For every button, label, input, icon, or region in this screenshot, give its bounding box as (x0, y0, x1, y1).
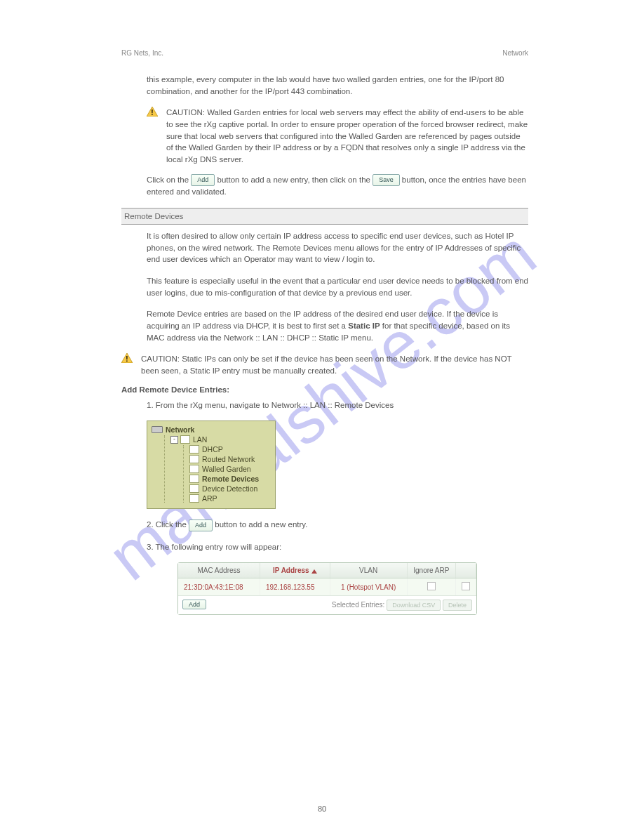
remote-intro: It is often desired to allow only certai… (147, 230, 528, 265)
checkbox-select-row[interactable] (462, 582, 470, 590)
download-csv-button[interactable]: Download CSV (387, 600, 441, 611)
warning-icon: ! (121, 353, 134, 365)
paragraph-add-save: Click on the Add button to add a new ent… (147, 174, 528, 198)
col-mac[interactable]: MAC Address (178, 563, 260, 578)
table-footer: Add Selected Entries: Download CSV Delet… (178, 595, 476, 614)
nav-item-routed-network[interactable]: Routed Network (189, 455, 271, 463)
remote-devices-table: MAC Address IP Address VLAN Ignore ARP 2… (177, 562, 477, 615)
static-ip-label: Static IP (348, 322, 380, 330)
remote-p3: Remote Device entries are based on the I… (147, 308, 528, 343)
sort-asc-icon (311, 569, 317, 574)
col-select (456, 563, 476, 578)
col-vlan[interactable]: VLAN (330, 563, 407, 578)
checkbox-ignore-arp[interactable] (427, 582, 436, 590)
cell-vlan[interactable]: 1 (Hotspot VLAN) (330, 578, 407, 596)
page-icon (180, 435, 190, 444)
nav-root[interactable]: Network (152, 425, 271, 434)
nav-lan-label: LAN (193, 435, 207, 444)
collapse-icon[interactable]: - (170, 436, 178, 444)
page-number: 80 (0, 805, 644, 813)
page-header: RG Nets, Inc. Network (121, 49, 528, 57)
svg-text:!: ! (151, 109, 153, 117)
para2-mid: button to add a new entry, then click on… (217, 176, 373, 184)
page-icon (189, 465, 199, 473)
add-button-step2[interactable]: Add (189, 519, 213, 531)
col-ignore-arp[interactable]: Ignore ARP (407, 563, 455, 578)
nav-item-device-detection[interactable]: Device Detection (189, 484, 271, 493)
para2-pre: Click on the (147, 176, 191, 184)
drive-icon (152, 426, 163, 433)
nav-item-arp[interactable]: ARP (189, 494, 271, 503)
nav-tree: Network - LAN DHCP Routed Network Walled… (147, 421, 276, 509)
nav-item-walled-garden[interactable]: Walled Garden (189, 465, 271, 473)
paragraph-intro: this example, every computer in the lab … (147, 74, 528, 97)
cell-ip[interactable]: 192.168.123.55 (260, 578, 330, 596)
cell-select[interactable] (456, 578, 476, 596)
delete-button[interactable]: Delete (443, 600, 472, 611)
header-section: Network (502, 49, 528, 57)
page-icon (189, 455, 199, 463)
page-icon (189, 445, 199, 454)
cell-ignore-arp[interactable] (407, 578, 455, 596)
add-button-inline[interactable]: Add (191, 174, 215, 186)
col-ip[interactable]: IP Address (260, 563, 330, 578)
svg-text:!: ! (126, 355, 128, 363)
page-icon (189, 494, 199, 503)
warning-text-1: CAUTION: Walled Garden entries for local… (166, 107, 528, 165)
step-1: 1. From the rXg menu, navigate to Networ… (147, 399, 528, 411)
step-2: 2. Click the Add button to add a new ent… (147, 519, 528, 531)
add-button-table[interactable]: Add (182, 600, 206, 609)
save-button-inline[interactable]: Save (373, 174, 400, 186)
selected-entries-label: Selected Entries: (332, 601, 385, 609)
cell-mac[interactable]: 21:3D:0A:43:1E:08 (178, 578, 260, 596)
section-heading-bar: Remote Devices (121, 208, 528, 225)
nav-item-remote-devices[interactable]: Remote Devices (189, 475, 271, 483)
remote-p2: This feature is especially useful in the… (147, 275, 528, 298)
add-remote-heading: Add Remote Device Entries: (121, 385, 528, 394)
table-row[interactable]: 21:3D:0A:43:1E:08 192.168.123.55 1 (Hots… (178, 578, 476, 596)
nav-root-label: Network (166, 425, 194, 434)
header-doc: RG Nets, Inc. (121, 49, 163, 57)
table-header-row: MAC Address IP Address VLAN Ignore ARP (178, 563, 476, 578)
warning-text-2: CAUTION: Static IPs can only be set if t… (141, 353, 528, 376)
page-icon (189, 475, 199, 483)
nav-lan[interactable]: - LAN (170, 435, 271, 444)
step-3: 3. The following entry row will appear: (147, 541, 528, 553)
page-icon (189, 484, 199, 493)
warning-icon: ! (147, 107, 159, 119)
nav-item-dhcp[interactable]: DHCP (189, 445, 271, 454)
